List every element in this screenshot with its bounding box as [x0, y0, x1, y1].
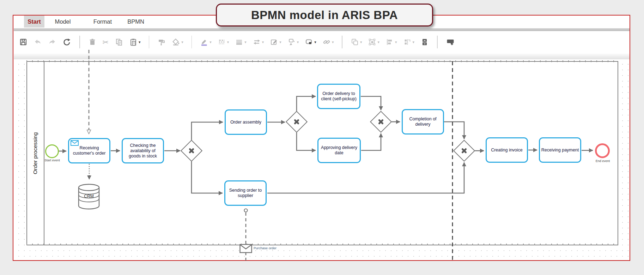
task-label: Completion of delivery: [404, 116, 442, 127]
distribute-button[interactable]: ▾: [402, 37, 415, 47]
undo-button[interactable]: [33, 37, 43, 47]
title-banner: BPMN model in ARIS BPA: [216, 4, 433, 26]
menu-tab-bpmn[interactable]: BPMN: [125, 16, 147, 28]
task-receiving-payment[interactable]: Receiving payment: [539, 137, 581, 163]
start-event[interactable]: [45, 144, 59, 158]
task-order-delivery[interactable]: Order delivery to client (self-pickup): [317, 84, 360, 109]
cut-button[interactable]: ✂: [102, 38, 110, 47]
align-button[interactable]: ▾: [385, 37, 398, 47]
gateway-x-icon: [377, 118, 385, 126]
paint-bucket-icon: [172, 38, 180, 46]
align-dropdown-caret[interactable]: ▾: [395, 40, 397, 44]
pool-top-ticks: [26, 60, 618, 62]
pen-color-dropdown-caret[interactable]: ▾: [209, 40, 212, 44]
connector-dropdown-caret[interactable]: ▾: [297, 40, 299, 44]
edit-shape-dropdown-caret[interactable]: ▾: [279, 40, 281, 44]
paste-icon: [129, 38, 138, 46]
task-label: Sending order to supplier: [226, 188, 265, 198]
message-envelope-icon[interactable]: [239, 244, 252, 253]
distribute-dropdown-caret[interactable]: ▾: [413, 40, 415, 44]
shape-style-dropdown-caret[interactable]: ▾: [314, 40, 316, 44]
gateway-x-icon: [293, 118, 300, 126]
line-weight-dropdown-caret[interactable]: ▾: [244, 40, 247, 44]
shape-style-icon: [305, 38, 313, 46]
line-weight-button[interactable]: ▾: [234, 37, 247, 47]
message-label: Purchase order: [254, 246, 277, 250]
frame-button[interactable]: ▾: [367, 37, 380, 47]
line-style-button[interactable]: ▾: [217, 37, 230, 47]
menu-tab-model[interactable]: Model: [53, 16, 73, 28]
pool-label: Order processing: [26, 61, 44, 245]
arrow-style-dropdown-caret[interactable]: ▾: [262, 40, 264, 44]
copy-icon: [115, 38, 123, 46]
connector-button[interactable]: ▾: [287, 37, 300, 47]
paste-button[interactable]: ▾: [128, 37, 141, 47]
add-comment-icon: [446, 37, 455, 47]
data-store-crm-label: CRM: [78, 194, 100, 199]
app-window: Start Model Format BPMN ✂ ▾: [0, 0, 644, 275]
end-event-label: End event: [588, 159, 617, 163]
distribute-icon: [403, 38, 412, 46]
arrow-style-icon: [253, 38, 261, 46]
toolbar-separator: [192, 36, 192, 48]
edit-shape-icon: [270, 38, 278, 46]
paint-roller-icon: [157, 38, 166, 46]
gateway-x-icon: [188, 147, 195, 155]
line-style-icon: [218, 38, 226, 46]
add-comment-button[interactable]: [445, 37, 456, 47]
fill-color-button[interactable]: ▾: [171, 37, 184, 47]
toolbar-separator: [79, 36, 80, 48]
task-checking-availability[interactable]: Checking the availability of goods in st…: [122, 138, 164, 163]
frame-icon: [368, 38, 376, 46]
archive-button[interactable]: [420, 37, 430, 47]
line-style-dropdown-caret[interactable]: ▾: [227, 40, 229, 44]
fill-color-dropdown-caret[interactable]: ▾: [181, 40, 183, 44]
connector-icon: [287, 38, 296, 46]
edit-shape-button[interactable]: ▾: [269, 37, 282, 47]
arrow-style-button[interactable]: ▾: [252, 37, 265, 47]
format-painter-button[interactable]: [157, 37, 166, 47]
link-button[interactable]: ▾: [322, 37, 335, 47]
paste-dropdown-caret[interactable]: ▾: [139, 40, 141, 44]
align-icon: [385, 38, 394, 46]
message-task-icon: [71, 140, 79, 146]
frame-dropdown-caret[interactable]: ▾: [377, 40, 379, 44]
toolbar: ✂ ▾ ▾ ▾ ▾ ▾ ▾: [18, 31, 628, 53]
toolbar-separator: [342, 36, 342, 48]
menu-toolbar-divider: [14, 28, 630, 31]
task-approving-date[interactable]: Approving delivery date: [317, 138, 361, 163]
task-label: Order delivery to client (self-pickup): [319, 91, 358, 102]
trash-icon: [88, 38, 97, 46]
link-dropdown-caret[interactable]: ▾: [332, 40, 334, 44]
group-dropdown-caret[interactable]: ▾: [360, 40, 362, 44]
redo-button[interactable]: [47, 37, 57, 47]
task-label: Receiving customer's order: [70, 145, 108, 156]
save-icon: [19, 38, 28, 46]
refresh-button[interactable]: [62, 37, 72, 47]
delete-button[interactable]: [87, 37, 97, 47]
copy-button[interactable]: [114, 37, 124, 47]
group-button[interactable]: ▾: [350, 37, 363, 47]
task-order-assembly[interactable]: Order assembly: [225, 109, 267, 135]
line-weight-icon: [235, 38, 243, 46]
save-button[interactable]: [18, 37, 28, 47]
archive-icon: [420, 38, 429, 46]
menu-tab-format[interactable]: Format: [90, 16, 115, 28]
task-completion-delivery[interactable]: Completion of delivery: [402, 109, 444, 134]
pool-bottom-ticks: [26, 244, 618, 245]
start-event-label: Start event: [38, 159, 67, 162]
undo-icon: [34, 38, 42, 46]
shape-style-button[interactable]: ▾: [304, 37, 317, 47]
pen-color-button[interactable]: ▾: [199, 37, 212, 47]
redo-icon: [48, 38, 56, 46]
task-label: Checking the availability of goods in st…: [124, 143, 162, 159]
task-label: Creating invoice: [491, 148, 523, 153]
task-creating-invoice[interactable]: Creating invoice: [486, 137, 528, 163]
toolbar-separator: [149, 36, 150, 48]
task-sending-order[interactable]: Sending order to supplier: [224, 180, 267, 206]
toolbar-separator: [437, 36, 438, 48]
link-icon: [322, 38, 331, 46]
canvas-top-strip: [14, 54, 630, 59]
menu-tab-start[interactable]: Start: [24, 16, 44, 28]
end-event[interactable]: [595, 143, 610, 158]
